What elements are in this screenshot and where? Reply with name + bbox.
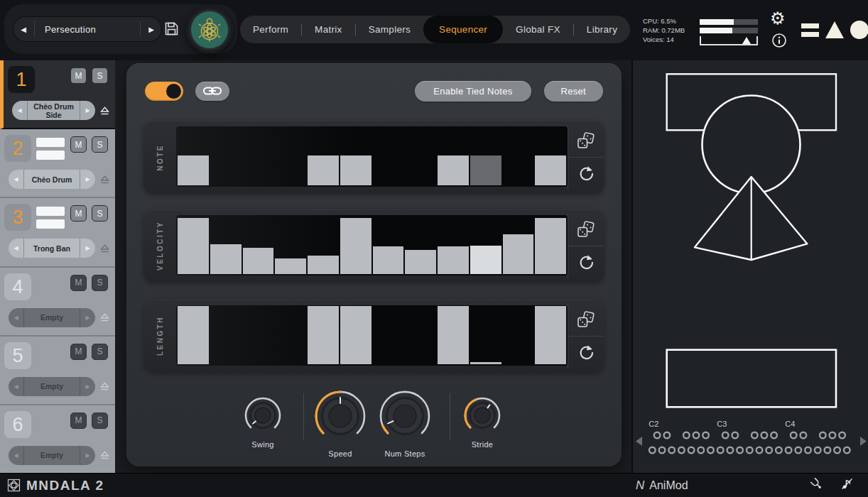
sample-selector[interactable]: ◀Chèo Drum▶ [9, 170, 95, 189]
eject-icon[interactable] [100, 244, 109, 253]
step-cell[interactable] [340, 305, 371, 366]
key-dot[interactable] [727, 447, 734, 454]
swing-knob[interactable]: Swing [234, 394, 291, 449]
track-row[interactable]: 1MS◀Chèo Drum Side▶ [0, 60, 115, 129]
randomize-dice-icon[interactable] [568, 125, 604, 157]
step-cell[interactable] [340, 215, 371, 275]
step-cell[interactable] [438, 126, 469, 187]
num-steps-knob[interactable]: Num Steps [373, 386, 437, 458]
eject-icon[interactable] [100, 313, 109, 322]
key-dot[interactable] [796, 447, 802, 454]
keyboard-range-display[interactable]: C2C3C4 [633, 419, 868, 465]
limiter-thumb[interactable] [742, 37, 751, 44]
key-dot[interactable] [737, 447, 743, 454]
key-dot[interactable] [786, 447, 792, 454]
key-dot[interactable] [698, 447, 705, 454]
step-cell[interactable] [373, 305, 404, 366]
tab-sequencer[interactable]: Sequencer [423, 16, 503, 43]
solo-button[interactable]: S [92, 344, 108, 360]
key-dot[interactable] [825, 447, 831, 454]
step-cell[interactable] [405, 305, 436, 366]
key-dot[interactable] [820, 432, 826, 439]
key-dot[interactable] [688, 447, 695, 454]
prev-sample-arrow[interactable]: ◀ [9, 383, 23, 390]
save-icon[interactable] [164, 21, 179, 39]
key-dot[interactable] [766, 447, 772, 454]
key-dot[interactable] [659, 447, 666, 454]
step-cell[interactable] [275, 126, 306, 187]
enable-tied-notes-button[interactable]: Enable Tied Notes [415, 81, 531, 102]
key-dot[interactable] [830, 432, 836, 439]
step-cell[interactable] [535, 215, 566, 275]
track-row[interactable]: 4MS◀Empty▶ [0, 268, 115, 337]
key-dot[interactable] [747, 447, 753, 454]
mute-button[interactable]: M [70, 67, 87, 84]
step-cell[interactable] [210, 126, 242, 187]
solo-button[interactable]: S [92, 275, 108, 291]
key-dot[interactable] [771, 432, 777, 439]
key-dot[interactable] [756, 447, 763, 454]
key-dot[interactable] [844, 447, 850, 454]
step-cell[interactable] [470, 126, 501, 187]
sample-selector[interactable]: ◀Empty▶ [9, 308, 95, 327]
stride-knob[interactable]: Stride [454, 394, 511, 449]
prev-sample-arrow[interactable]: ◀ [9, 176, 23, 182]
step-cell[interactable] [308, 215, 339, 275]
prev-sample-arrow[interactable]: ◀ [12, 107, 27, 114]
prev-sample-arrow[interactable]: ◀ [9, 315, 23, 321]
track-row[interactable]: 5MS◀Empty▶ [0, 337, 115, 405]
solo-button[interactable]: S [92, 413, 108, 429]
key-dot[interactable] [805, 447, 811, 454]
next-sample-arrow[interactable]: ▶ [80, 452, 95, 459]
step-cell[interactable] [275, 305, 306, 366]
step-cell[interactable] [340, 126, 371, 187]
sequencer-enable-toggle[interactable] [145, 82, 183, 101]
sample-selector[interactable]: ◀Trong Ban▶ [9, 239, 95, 258]
solo-button[interactable]: S [92, 67, 108, 84]
track-row[interactable]: 2MS◀Chèo Drum▶ [0, 129, 115, 198]
step-cell[interactable] [470, 305, 501, 366]
step-cell[interactable] [503, 215, 534, 275]
step-cell[interactable] [438, 305, 469, 366]
key-dot[interactable] [717, 447, 724, 454]
randomize-dice-icon[interactable] [568, 214, 604, 246]
mute-button[interactable]: M [70, 136, 87, 153]
step-cell[interactable] [535, 305, 566, 366]
step-cell[interactable] [178, 305, 209, 366]
limiter-slider[interactable] [700, 36, 758, 45]
preset-selector[interactable]: ◀ Persecution ▶ [13, 16, 162, 42]
next-sample-arrow[interactable]: ▶ [80, 383, 95, 390]
key-dot[interactable] [678, 447, 685, 454]
eject-icon[interactable] [100, 451, 109, 459]
solo-button[interactable]: S [92, 205, 108, 222]
key-dot[interactable] [683, 432, 690, 439]
step-cell[interactable] [210, 215, 242, 275]
cycle-reset-icon[interactable] [568, 336, 604, 368]
mute-note-icon[interactable] [840, 477, 854, 493]
info-icon[interactable] [771, 33, 787, 51]
tuning-fork-icon[interactable] [810, 477, 823, 493]
step-cell[interactable] [275, 215, 306, 275]
step-cell[interactable] [178, 215, 209, 275]
tab-library[interactable]: Library [574, 16, 630, 43]
next-sample-arrow[interactable]: ▶ [80, 176, 95, 182]
step-cell[interactable] [503, 126, 534, 187]
tab-samplers[interactable]: Samplers [356, 16, 423, 43]
sample-selector[interactable]: ◀Empty▶ [9, 446, 95, 465]
key-dot[interactable] [761, 432, 768, 439]
preset-next-arrow[interactable]: ▶ [141, 26, 162, 33]
mute-button[interactable]: M [70, 413, 87, 429]
key-dot[interactable] [649, 447, 656, 454]
randomize-dice-icon[interactable] [568, 304, 604, 336]
settings-gear-icon[interactable]: ⚙ [770, 10, 786, 27]
track-row[interactable]: 6MS◀Empty▶ [0, 405, 115, 473]
tab-perform[interactable]: Perform [240, 16, 301, 43]
key-dot[interactable] [732, 432, 739, 439]
key-dot[interactable] [664, 432, 671, 439]
step-cell[interactable] [373, 215, 404, 275]
next-sample-arrow[interactable]: ▶ [80, 107, 95, 114]
step-cell[interactable] [438, 215, 469, 275]
key-dot[interactable] [668, 447, 675, 454]
key-dot[interactable] [693, 432, 700, 439]
step-cell[interactable] [373, 126, 404, 187]
